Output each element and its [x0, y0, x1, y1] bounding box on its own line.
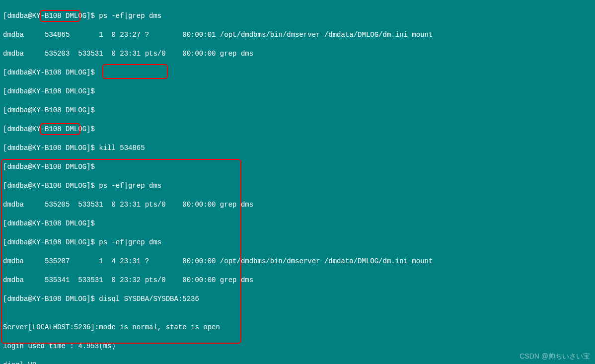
line: dmdba 535203 533531 0 23:31 pts/0 00:00:… — [3, 49, 592, 59]
line: [dmdba@KY-B108 DMLOG]$ — [3, 219, 592, 228]
line: dmdba 535207 1 4 23:31 ? 00:00:00 /opt/d… — [3, 257, 592, 266]
line: [dmdba@KY-B108 DMLOG]$ ps -ef|grep dms — [3, 11, 592, 21]
line: [dmdba@KY-B108 DMLOG]$ ps -ef|grep dms — [3, 181, 592, 191]
line: [dmdba@KY-B108 DMLOG]$ kill 534865 — [3, 144, 592, 153]
line: [dmdba@KY-B108 DMLOG]$ — [3, 125, 592, 134]
line: dmdba 535205 533531 0 23:31 pts/0 00:00:… — [3, 200, 592, 210]
line: disql V8 — [3, 361, 592, 364]
line: login used time : 4.953(ms) — [3, 342, 592, 351]
line: Server[LOCALHOST:5236]:mode is normal, s… — [3, 323, 592, 332]
line: [dmdba@KY-B108 DMLOG]$ — [3, 162, 592, 172]
line: [dmdba@KY-B108 DMLOG]$ — [3, 68, 592, 77]
watermark: CSDN @帅ちいさい宝 — [520, 352, 590, 361]
line: dmdba 535341 533531 0 23:32 pts/0 00:00:… — [3, 276, 592, 285]
line: [dmdba@KY-B108 DMLOG]$ — [3, 87, 592, 96]
line: [dmdba@KY-B108 DMLOG]$ disql SYSDBA/SYSD… — [3, 294, 592, 304]
line: [dmdba@KY-B108 DMLOG]$ — [3, 106, 592, 115]
terminal-output[interactable]: [dmdba@KY-B108 DMLOG]$ ps -ef|grep dms d… — [0, 0, 595, 364]
line: dmdba 534865 1 0 23:27 ? 00:00:01 /opt/d… — [3, 30, 592, 40]
line: [dmdba@KY-B108 DMLOG]$ ps -ef|grep dms — [3, 238, 592, 247]
